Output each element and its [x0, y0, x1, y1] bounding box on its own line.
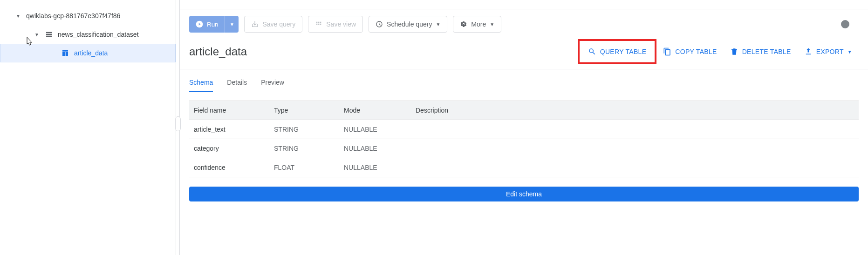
more-button[interactable]: More ▼: [453, 16, 501, 33]
col-header-field: Field name: [189, 101, 269, 120]
run-label: Run: [207, 21, 218, 28]
cell-mode: NULLABLE: [339, 120, 411, 139]
schedule-query-button[interactable]: Schedule query ▼: [369, 16, 447, 33]
schedule-query-label: Schedule query: [387, 20, 432, 28]
chevron-down-icon: ▼: [490, 22, 494, 27]
tree-project-row[interactable]: ▼ qwiklabs-gcp-881767e307f47f86: [0, 7, 176, 25]
cell-type: STRING: [269, 139, 339, 158]
table-label: article_data: [74, 49, 108, 57]
dataset-icon: [45, 30, 53, 39]
cell-field: article_text: [189, 120, 269, 139]
tab-details[interactable]: Details: [227, 79, 247, 92]
tree-dataset-row[interactable]: ▼ news_classification_dataset: [0, 25, 176, 44]
query-toolbar: Run ▼ Save query Save view Schedule quer…: [180, 9, 868, 39]
panel-resizer[interactable]: [176, 0, 180, 255]
cell-mode: NULLABLE: [339, 158, 411, 177]
tabs: Schema Details Preview: [180, 69, 868, 92]
table-icon: [61, 49, 69, 57]
tab-schema[interactable]: Schema: [189, 79, 213, 92]
chevron-down-icon: ▼: [230, 22, 234, 27]
copy-table-button[interactable]: COPY TABLE: [656, 44, 723, 60]
chevron-down-icon: ▼: [436, 22, 440, 27]
schema-header-row: Field name Type Mode Description: [189, 101, 859, 120]
save-view-label: Save view: [326, 20, 356, 28]
more-label: More: [471, 20, 486, 28]
run-dropdown-button[interactable]: ▼: [225, 16, 239, 33]
resizer-handle-icon[interactable]: [175, 116, 181, 131]
chevron-down-icon[interactable]: ▼: [33, 32, 41, 37]
tree-table-row[interactable]: article_data: [0, 44, 176, 62]
delete-table-label: DELETE TABLE: [742, 48, 791, 55]
table-header-row: article_data QUERY TABLE COPY TABLE DELE…: [180, 39, 868, 69]
project-label: qwiklabs-gcp-881767e307f47f86: [26, 12, 120, 20]
schema-row: confidence FLOAT NULLABLE: [189, 158, 859, 177]
query-table-label: QUERY TABLE: [600, 48, 647, 55]
export-button[interactable]: EXPORT ▼: [798, 44, 859, 60]
sidebar: ▼ qwiklabs-gcp-881767e307f47f86 ▼ news_c…: [0, 0, 176, 255]
delete-table-button[interactable]: DELETE TABLE: [724, 44, 798, 60]
cell-field: category: [189, 139, 269, 158]
col-header-desc: Description: [411, 101, 859, 120]
chevron-down-icon: ▼: [847, 49, 852, 54]
main-panel: Run ▼ Save query Save view Schedule quer…: [180, 0, 868, 255]
cell-type: FLOAT: [269, 158, 339, 177]
copy-table-label: COPY TABLE: [675, 48, 717, 55]
table-title: article_data: [189, 45, 247, 58]
cell-desc: [411, 158, 859, 177]
save-query-button[interactable]: Save query: [244, 16, 302, 33]
run-button[interactable]: Run: [189, 16, 225, 33]
cell-desc: [411, 120, 859, 139]
schema-row: article_text STRING NULLABLE: [189, 120, 859, 139]
cell-field: confidence: [189, 158, 269, 177]
cell-type: STRING: [269, 120, 339, 139]
edit-schema-button[interactable]: Edit schema: [189, 187, 859, 201]
export-label: EXPORT: [816, 48, 844, 55]
status-indicator: [841, 20, 849, 28]
save-query-label: Save query: [262, 20, 295, 28]
col-header-type: Type: [269, 101, 339, 120]
cell-desc: [411, 139, 859, 158]
cell-mode: NULLABLE: [339, 139, 411, 158]
tab-preview[interactable]: Preview: [261, 79, 284, 92]
dataset-label: news_classification_dataset: [58, 31, 139, 38]
chevron-down-icon[interactable]: ▼: [14, 13, 22, 19]
schema-table: Field name Type Mode Description article…: [189, 101, 859, 177]
save-view-button[interactable]: Save view: [308, 16, 363, 33]
col-header-mode: Mode: [339, 101, 411, 120]
schema-row: category STRING NULLABLE: [189, 139, 859, 158]
query-table-button[interactable]: QUERY TABLE: [578, 39, 657, 64]
